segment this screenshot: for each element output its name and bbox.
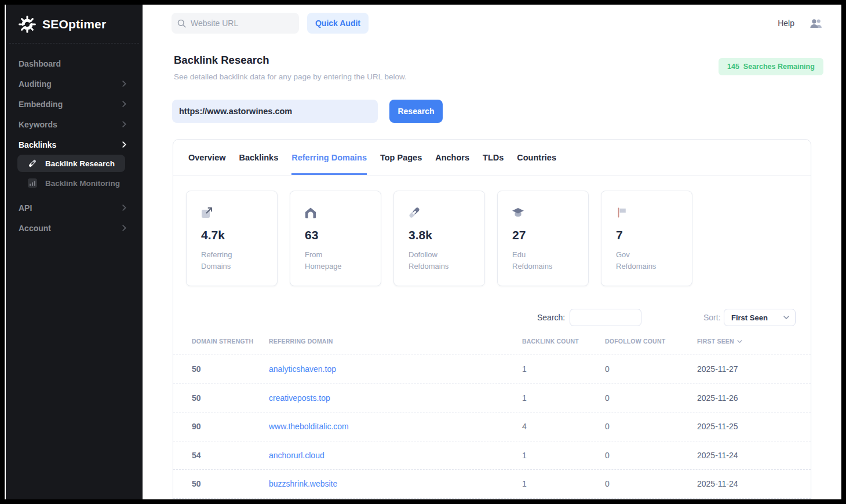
cell-backlink-count: 1 [522, 364, 605, 374]
website-url-search[interactable] [172, 13, 299, 34]
cell-referring-domain-link[interactable]: anchorurl.cloud [269, 451, 522, 460]
sidebar-item-backlinks[interactable]: Backlinks [6, 134, 143, 155]
stat-label-line2: Refdomains [409, 261, 448, 272]
gear-icon [17, 14, 37, 34]
stat-value: 27 [512, 228, 526, 242]
help-link[interactable]: Help [778, 19, 794, 28]
sidebar-item-keywords[interactable]: Keywords [6, 114, 143, 134]
tab-backlinks[interactable]: Backlinks [239, 140, 279, 175]
badge-label: Searches Remaining [743, 63, 815, 71]
cell-domain-strength: 90 [192, 422, 269, 431]
referring-domains-table: DOMAIN STRENGTH REFERRING DOMAIN BACKLIN… [173, 334, 811, 499]
stat-label-line1: From [305, 249, 342, 261]
stat-label: Dofollow Refdomains [409, 249, 448, 272]
table-row: 90 www.thebolditalic.com 4 0 2025-11-25 [173, 412, 811, 441]
stat-value: 7 [616, 228, 623, 242]
cell-referring-domain-link[interactable]: creativeposts.top [269, 393, 522, 403]
website-url-input[interactable] [191, 19, 296, 28]
quick-audit-button[interactable]: Quick Audit [307, 13, 369, 34]
sidebar-subitem-label: Backlink Research [45, 159, 115, 168]
stat-label-line2: Domains [201, 261, 232, 272]
table-row: 50 creativeposts.top 1 0 2025-11-26 [173, 384, 811, 413]
sidebar-item-api[interactable]: API [6, 198, 143, 218]
cell-domain-strength: 50 [192, 393, 269, 403]
badge-count: 145 [727, 63, 739, 71]
sidebar-item-account[interactable]: Account [6, 218, 143, 238]
tab-referring-domains[interactable]: Referring Domains [291, 140, 367, 175]
sidebar-item-auditing[interactable]: Auditing [6, 74, 143, 94]
topbar-right: Help [778, 5, 823, 42]
tabs-bar: Overview Backlinks Referring Domains Top… [173, 140, 811, 176]
research-url-input[interactable] [172, 107, 378, 116]
cell-backlink-count: 1 [522, 479, 605, 488]
chevron-right-icon [122, 101, 126, 107]
sidebar-item-backlink-research[interactable]: Backlink Research [17, 155, 125, 172]
stat-value: 63 [305, 228, 318, 242]
cell-dofollow-count: 0 [605, 393, 697, 403]
sidebar-item-label: Backlinks [19, 140, 56, 149]
nav-gap [6, 193, 143, 198]
page-title: Backlink Research [174, 54, 269, 67]
chevron-right-icon [122, 81, 126, 87]
stat-label: Gov Refdomains [616, 249, 656, 272]
sort-select[interactable]: First Seen [724, 309, 796, 326]
tab-countries[interactable]: Countries [517, 140, 556, 175]
cell-first-seen: 2025-11-24 [697, 479, 811, 488]
logo-text: SEOptimer [42, 17, 106, 31]
logo[interactable]: SEOptimer [6, 5, 143, 34]
table-row: 50 buzzshrink.website 1 0 2025-11-24 [173, 470, 811, 499]
link-icon [408, 206, 421, 221]
sidebar-item-backlink-monitoring[interactable]: Backlink Monitoring [17, 173, 125, 193]
sidebar-item-dashboard[interactable]: Dashboard [6, 53, 143, 74]
cell-referring-domain-link[interactable]: www.thebolditalic.com [269, 422, 522, 431]
users-icon[interactable] [809, 19, 823, 28]
topbar: Quick Audit Help [143, 5, 841, 42]
tab-tlds[interactable]: TLDs [483, 140, 504, 175]
cell-dofollow-count: 0 [605, 479, 697, 488]
chevron-right-icon [122, 225, 126, 231]
stat-card-from-homepage: 63 From Homepage [290, 191, 381, 286]
cell-domain-strength: 54 [192, 451, 269, 460]
searches-remaining-badge: 145 Searches Remaining [719, 58, 823, 75]
page-subtitle: See detailed backlink data for any page … [174, 72, 407, 81]
main-area: Quick Audit Help Backlink Research See d… [143, 5, 841, 499]
sidebar: SEOptimer Dashboard Auditing Embedding K… [5, 5, 143, 499]
table-row: 50 analyticshaven.top 1 0 2025-11-27 [173, 355, 811, 384]
cell-domain-strength: 50 [192, 364, 269, 374]
stats-row: 4.7k Referring Domains 63 [186, 191, 692, 286]
sidebar-item-label: API [19, 203, 32, 213]
tab-top-pages[interactable]: Top Pages [380, 140, 422, 175]
bar-chart-icon [28, 178, 37, 188]
home-icon [304, 206, 317, 221]
col-backlink-count: BACKLINK COUNT [522, 338, 605, 345]
page-content: Backlink Research See detailed backlink … [143, 42, 841, 499]
tab-overview[interactable]: Overview [188, 140, 226, 175]
app-window: SEOptimer Dashboard Auditing Embedding K… [5, 5, 841, 499]
stat-card-edu-refdomains: 27 Edu Refdomains [497, 191, 589, 286]
stat-card-dofollow-refdomains: 3.8k Dofollow Refdomains [393, 191, 485, 286]
cell-referring-domain-link[interactable]: analyticshaven.top [269, 364, 522, 374]
flag-icon [615, 206, 628, 221]
sort-label: Sort: [703, 313, 721, 322]
chevron-right-icon [122, 141, 126, 148]
sidebar-item-label: Keywords [19, 120, 57, 129]
table-row: 54 anchorurl.cloud 1 0 2025-11-24 [173, 441, 811, 470]
col-first-seen[interactable]: FIRST SEEN [697, 338, 811, 345]
sort-select-value: First Seen [731, 313, 768, 322]
sidebar-item-label: Account [19, 224, 51, 233]
cell-backlink-count: 1 [522, 451, 605, 460]
table-search-label: Search: [537, 313, 565, 322]
cell-referring-domain-link[interactable]: buzzshrink.website [269, 479, 522, 488]
research-button[interactable]: Research [389, 100, 443, 123]
results-card: Overview Backlinks Referring Domains Top… [173, 139, 811, 499]
table-search-input[interactable] [570, 309, 641, 326]
cell-first-seen: 2025-11-27 [697, 364, 811, 374]
link-icon [28, 159, 37, 168]
cell-dofollow-count: 0 [605, 451, 697, 460]
research-url-field[interactable] [172, 100, 378, 123]
sidebar-item-embedding[interactable]: Embedding [6, 94, 143, 114]
sidebar-divider [9, 43, 139, 43]
stat-label: Edu Refdomains [512, 249, 552, 272]
tab-anchors[interactable]: Anchors [435, 140, 469, 175]
stat-label-line1: Dofollow [409, 249, 448, 261]
